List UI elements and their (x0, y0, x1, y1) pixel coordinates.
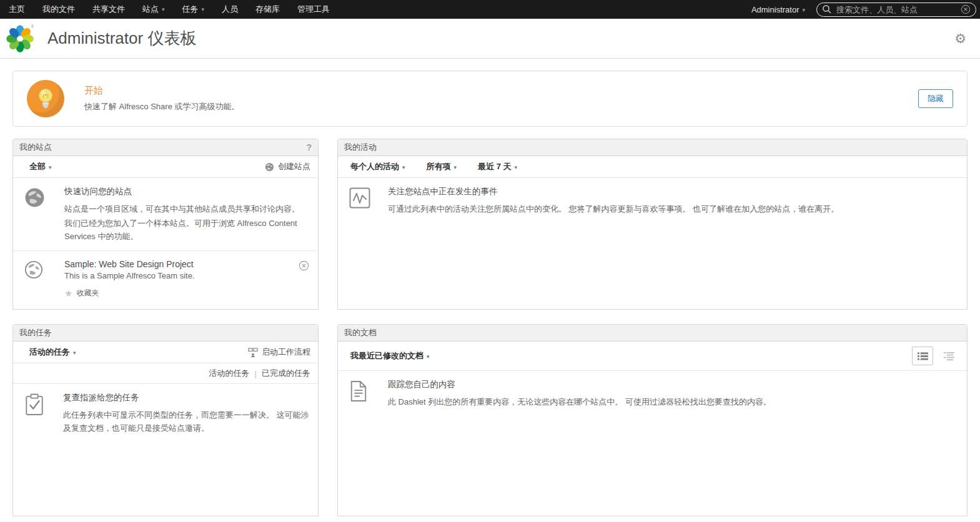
simple-view-toggle[interactable] (912, 347, 933, 365)
activities-user-filter[interactable]: 每个人的活动 (350, 161, 405, 172)
nav-shared-files[interactable]: 共享文件 (84, 0, 134, 19)
activities-range-filter[interactable]: 最近 7 天 (478, 161, 517, 172)
nav-sites-menu[interactable]: 站点 (134, 0, 174, 19)
banner-subtitle: 快速了解 Alfresco Share 或学习高级功能。 (84, 101, 240, 112)
dashlet-title: 我的活动 (344, 142, 377, 153)
my-documents-title-bar[interactable]: 我的文档 (338, 325, 967, 342)
dashlet-title: 我的任务 (19, 327, 52, 338)
site-list-item: Sample: Web Site Design Project This is … (13, 251, 318, 306)
clipboard-check-icon (24, 393, 44, 416)
sites-intro-desc2: 我们已经为您加入了一个样本站点。可用于浏览 Alfresco Content S… (64, 217, 309, 243)
remove-site-icon[interactable] (299, 259, 309, 298)
banner-title: 开始 (84, 85, 240, 97)
activities-empty-row: 关注您站点中正在发生的事件 可通过此列表中的活动关注您所属站点中的变化。 您将了… (338, 178, 967, 223)
detailed-view-toggle[interactable] (938, 347, 959, 365)
nav-home[interactable]: 主页 (0, 0, 34, 19)
sites-intro-row: 快速访问您的站点 站点是一个项目区域，可在其中与其他站点成员共享和讨论内容。 我… (13, 178, 318, 251)
my-documents-dashlet: 我的文档 我最近已修改的文档 (337, 324, 968, 516)
active-tasks-link[interactable]: 活动的任务 (209, 368, 250, 379)
documents-empty-desc: 此 Dashlet 列出您的所有重要内容，无论这些内容在哪个站点中。 可使用过滤… (388, 395, 958, 408)
globe-icon (24, 187, 45, 208)
detailed-list-icon (943, 352, 955, 361)
gear-icon[interactable]: ⚙ (954, 32, 966, 45)
activity-pulse-icon (349, 187, 370, 209)
tasks-empty-row: 复查指派给您的任务 此任务列表中可显示不同类型的任务，而您需要一一解决。 这可能… (13, 384, 318, 442)
activities-empty-desc: 可通过此列表中的活动关注您所属站点中的变化。 您将了解内容更新与喜欢等事项。 也… (388, 202, 958, 215)
my-sites-dashlet: 我的站点 ? 全部 创建站点 (12, 139, 319, 310)
my-tasks-title-bar[interactable]: 我的任务 (13, 325, 318, 342)
nav-admin-tools[interactable]: 管理工具 (289, 0, 339, 19)
chevron-down-icon (451, 162, 457, 172)
site-link[interactable]: Sample: Web Site Design Project (64, 259, 299, 269)
nav-tasks-menu[interactable]: 任务 (174, 0, 214, 19)
my-activities-dashlet: 我的活动 每个人的活动 所有项 最近 7 天 (337, 139, 968, 310)
my-activities-title-bar[interactable]: 我的活动 (338, 139, 967, 156)
sites-intro-desc1: 站点是一个项目区域，可在其中与其他站点成员共享和讨论内容。 (64, 202, 309, 215)
activities-type-filter[interactable]: 所有项 (427, 161, 457, 172)
help-icon[interactable]: ? (306, 142, 312, 152)
activities-empty-title: 关注您站点中正在发生的事件 (388, 186, 958, 197)
chevron-down-icon (399, 162, 405, 172)
completed-tasks-link[interactable]: 已完成的任务 (262, 368, 310, 379)
my-sites-title-bar[interactable]: 我的站点 ? (13, 139, 318, 156)
chevron-down-icon (799, 5, 805, 14)
page-header: ® Administrator 仪表板 ⚙ (0, 19, 980, 59)
user-menu[interactable]: Administrator (751, 5, 805, 14)
nav-repository[interactable]: 存储库 (247, 0, 289, 19)
nav-people[interactable]: 人员 (213, 0, 247, 19)
document-icon (349, 380, 368, 402)
simple-list-icon (917, 352, 929, 361)
chevron-down-icon (199, 4, 205, 14)
sites-filter-dropdown[interactable]: 全部 (29, 161, 52, 172)
nav-my-files[interactable]: 我的文件 (34, 0, 84, 19)
chevron-down-icon (70, 348, 76, 357)
documents-filter-dropdown[interactable]: 我最近已修改的文档 (350, 350, 430, 362)
favorite-label: 收藏夹 (76, 288, 99, 298)
clear-search-icon[interactable] (961, 4, 971, 14)
alfresco-logo: ® (5, 23, 35, 54)
top-navigation-bar: 主页 我的文件 共享文件 站点 任务 人员 存储库 管理工具 Administr… (0, 0, 980, 19)
global-search-box (816, 2, 976, 17)
documents-empty-title: 跟踪您自己的内容 (388, 379, 958, 390)
search-icon[interactable] (822, 4, 832, 14)
site-description: This is a Sample Alfresco Team site. (64, 271, 299, 280)
hide-button[interactable]: 隐藏 (918, 89, 953, 108)
chevron-down-icon (423, 352, 430, 361)
my-tasks-dashlet: 我的任务 活动的任务 启动工作流程 活动的任务 | (12, 324, 319, 516)
chevron-down-icon (46, 162, 52, 172)
tasks-filter-dropdown[interactable]: 活动的任务 (29, 347, 76, 358)
chevron-down-icon (159, 4, 165, 14)
workflow-icon (248, 348, 258, 357)
start-workflow-button[interactable]: 启动工作流程 (248, 347, 310, 358)
svg-text:®: ® (31, 24, 34, 28)
globe-icon (24, 260, 43, 279)
page-title: Administrator 仪表板 (47, 27, 196, 49)
get-started-banner: 开始 快速了解 Alfresco Share 或学习高级功能。 隐藏 (12, 71, 968, 127)
tasks-empty-title: 复查指派给您的任务 (63, 392, 309, 403)
documents-empty-row: 跟踪您自己的内容 此 Dashlet 列出您的所有重要内容，无论这些内容在哪个站… (338, 371, 967, 416)
sites-intro-title: 快速访问您的站点 (64, 186, 309, 197)
search-input[interactable] (836, 5, 961, 14)
chevron-down-icon (512, 162, 518, 172)
create-site-button[interactable]: 创建站点 (265, 161, 310, 172)
dashlet-title: 我的文档 (344, 327, 377, 338)
dashboard-content: 开始 快速了解 Alfresco Share 或学习高级功能。 隐藏 我的站点 … (0, 59, 980, 516)
tasks-empty-desc: 此任务列表中可显示不同类型的任务，而您需要一一解决。 这可能涉及复查文档，也可能… (63, 408, 309, 435)
globe-icon (265, 162, 274, 172)
favorite-star-icon[interactable]: ★ (64, 288, 72, 298)
lightbulb-icon (27, 80, 64, 117)
dashlet-title: 我的站点 (19, 142, 52, 153)
